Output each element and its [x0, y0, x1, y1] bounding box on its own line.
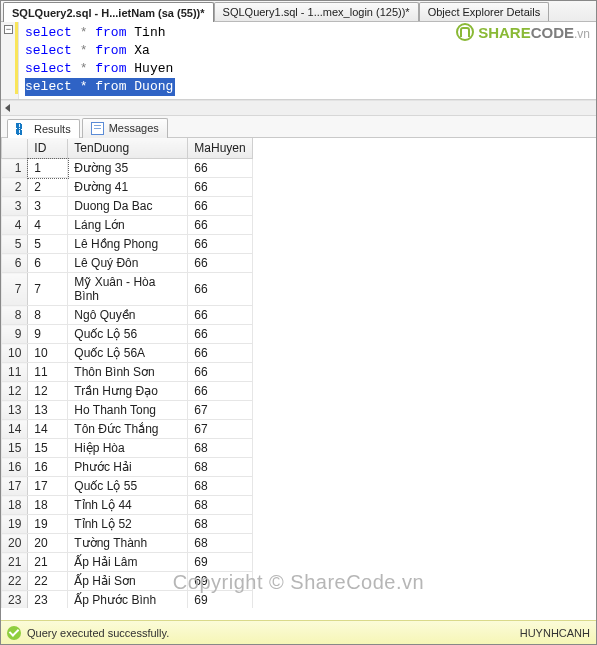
table-row[interactable]: 55Lê Hồng Phong66: [2, 235, 253, 254]
row-number[interactable]: 19: [2, 515, 28, 534]
cell-tenduong[interactable]: Đường 41: [68, 178, 188, 197]
cell-id[interactable]: 23: [28, 591, 68, 609]
fold-toggle-icon[interactable]: −: [4, 25, 13, 34]
row-number[interactable]: 5: [2, 235, 28, 254]
cell-mahuyen[interactable]: 66: [188, 363, 252, 382]
table-row[interactable]: 2222Ấp Hải Sơn69: [2, 572, 253, 591]
cell-mahuyen[interactable]: 66: [188, 178, 252, 197]
cell-tenduong[interactable]: Đường 35: [68, 159, 188, 178]
cell-mahuyen[interactable]: 66: [188, 273, 252, 306]
row-header-corner[interactable]: [2, 138, 28, 159]
column-header-mahuyen[interactable]: MaHuyen: [188, 138, 252, 159]
table-row[interactable]: 22Đường 4166: [2, 178, 253, 197]
editor-line[interactable]: select * from Xa: [25, 42, 175, 60]
table-row[interactable]: 77Mỹ Xuân - Hòa Bình66: [2, 273, 253, 306]
row-number[interactable]: 2: [2, 178, 28, 197]
cell-tenduong[interactable]: Ấp Hải Lâm: [68, 553, 188, 572]
cell-mahuyen[interactable]: 66: [188, 216, 252, 235]
cell-mahuyen[interactable]: 67: [188, 420, 252, 439]
row-number[interactable]: 17: [2, 477, 28, 496]
cell-id[interactable]: 2: [28, 178, 68, 197]
cell-tenduong[interactable]: Duong Da Bac: [68, 197, 188, 216]
cell-id[interactable]: 7: [28, 273, 68, 306]
table-row[interactable]: 1111Thôn Bình Sơn66: [2, 363, 253, 382]
table-row[interactable]: 44Láng Lớn66: [2, 216, 253, 235]
cell-tenduong[interactable]: Phước Hải: [68, 458, 188, 477]
sql-editor[interactable]: − select * from Tinhselect * from Xasele…: [1, 22, 596, 100]
row-number[interactable]: 23: [2, 591, 28, 609]
cell-id[interactable]: 19: [28, 515, 68, 534]
table-row[interactable]: 1414Tôn Đức Thắng67: [2, 420, 253, 439]
cell-tenduong[interactable]: Tường Thành: [68, 534, 188, 553]
table-row[interactable]: 11Đường 3566: [2, 159, 253, 178]
row-number[interactable]: 22: [2, 572, 28, 591]
cell-tenduong[interactable]: Ấp Hải Sơn: [68, 572, 188, 591]
editor-scroll-left[interactable]: [1, 100, 596, 116]
cell-id[interactable]: 8: [28, 306, 68, 325]
cell-tenduong[interactable]: Tôn Đức Thắng: [68, 420, 188, 439]
cell-id[interactable]: 21: [28, 553, 68, 572]
table-row[interactable]: 1010Quốc Lộ 56A66: [2, 344, 253, 363]
cell-id[interactable]: 20: [28, 534, 68, 553]
cell-mahuyen[interactable]: 66: [188, 325, 252, 344]
tab-sqlquery2[interactable]: SQLQuery2.sql - H...ietNam (sa (55))*: [3, 2, 214, 22]
cell-id[interactable]: 22: [28, 572, 68, 591]
cell-mahuyen[interactable]: 66: [188, 235, 252, 254]
row-number[interactable]: 20: [2, 534, 28, 553]
table-row[interactable]: 1313Ho Thanh Tong67: [2, 401, 253, 420]
table-row[interactable]: 2323Ấp Phước Bình69: [2, 591, 253, 609]
tab-sqlquery1[interactable]: SQLQuery1.sql - 1...mex_login (125))*: [214, 2, 419, 21]
cell-mahuyen[interactable]: 68: [188, 496, 252, 515]
tab-results[interactable]: Results: [7, 119, 80, 139]
row-number[interactable]: 7: [2, 273, 28, 306]
cell-id[interactable]: 5: [28, 235, 68, 254]
table-row[interactable]: 1616Phước Hải68: [2, 458, 253, 477]
cell-mahuyen[interactable]: 66: [188, 159, 252, 178]
cell-tenduong[interactable]: Mỹ Xuân - Hòa Bình: [68, 273, 188, 306]
row-number[interactable]: 14: [2, 420, 28, 439]
row-number[interactable]: 3: [2, 197, 28, 216]
row-number[interactable]: 11: [2, 363, 28, 382]
table-row[interactable]: 88Ngô Quyền66: [2, 306, 253, 325]
editor-text[interactable]: select * from Tinhselect * from Xaselect…: [19, 22, 175, 99]
row-number[interactable]: 15: [2, 439, 28, 458]
cell-mahuyen[interactable]: 66: [188, 306, 252, 325]
cell-tenduong[interactable]: Tỉnh Lộ 52: [68, 515, 188, 534]
cell-mahuyen[interactable]: 66: [188, 344, 252, 363]
cell-tenduong[interactable]: Hiệp Hòa: [68, 439, 188, 458]
row-number[interactable]: 13: [2, 401, 28, 420]
row-number[interactable]: 10: [2, 344, 28, 363]
cell-tenduong[interactable]: Trần Hưng Đạo: [68, 382, 188, 401]
cell-id[interactable]: 1: [28, 159, 68, 178]
cell-tenduong[interactable]: Láng Lớn: [68, 216, 188, 235]
cell-mahuyen[interactable]: 66: [188, 382, 252, 401]
cell-mahuyen[interactable]: 69: [188, 572, 252, 591]
table-row[interactable]: 1717Quốc Lộ 5568: [2, 477, 253, 496]
cell-mahuyen[interactable]: 67: [188, 401, 252, 420]
cell-mahuyen[interactable]: 68: [188, 534, 252, 553]
row-number[interactable]: 8: [2, 306, 28, 325]
cell-id[interactable]: 12: [28, 382, 68, 401]
row-number[interactable]: 1: [2, 159, 28, 178]
table-row[interactable]: 1515Hiệp Hòa68: [2, 439, 253, 458]
cell-tenduong[interactable]: Ngô Quyền: [68, 306, 188, 325]
cell-id[interactable]: 17: [28, 477, 68, 496]
results-grid-scroll[interactable]: ID TenDuong MaHuyen 11Đường 356622Đường …: [1, 138, 596, 608]
cell-id[interactable]: 4: [28, 216, 68, 235]
cell-mahuyen[interactable]: 69: [188, 591, 252, 609]
cell-mahuyen[interactable]: 68: [188, 458, 252, 477]
cell-id[interactable]: 13: [28, 401, 68, 420]
table-row[interactable]: 1818Tỉnh Lộ 4468: [2, 496, 253, 515]
row-number[interactable]: 16: [2, 458, 28, 477]
tab-messages[interactable]: Messages: [82, 118, 168, 138]
table-row[interactable]: 1919Tỉnh Lộ 5268: [2, 515, 253, 534]
cell-mahuyen[interactable]: 68: [188, 477, 252, 496]
row-number[interactable]: 12: [2, 382, 28, 401]
cell-id[interactable]: 16: [28, 458, 68, 477]
cell-mahuyen[interactable]: 69: [188, 553, 252, 572]
cell-id[interactable]: 11: [28, 363, 68, 382]
row-number[interactable]: 18: [2, 496, 28, 515]
cell-tenduong[interactable]: Ho Thanh Tong: [68, 401, 188, 420]
table-row[interactable]: 66Lê Quý Đôn66: [2, 254, 253, 273]
cell-tenduong[interactable]: Quốc Lộ 56: [68, 325, 188, 344]
